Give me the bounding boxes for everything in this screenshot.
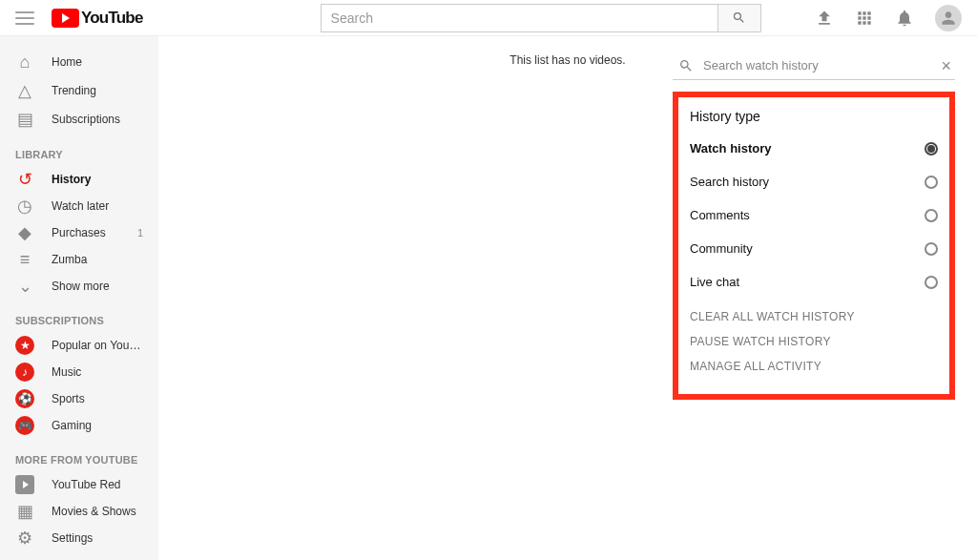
history-link-clear[interactable]: CLEAR ALL WATCH HISTORY <box>678 304 949 329</box>
sports-icon: ⚽ <box>15 389 34 408</box>
sidebar-item-label: Sports <box>52 392 143 405</box>
radio-icon <box>925 209 938 222</box>
history-search: × <box>673 52 955 80</box>
history-option-community[interactable]: Community <box>678 232 949 265</box>
search-input[interactable] <box>321 4 717 32</box>
sidebar-item-label: Gaming <box>52 419 143 432</box>
sidebar-item-zumba[interactable]: ≡Zumba <box>0 246 158 273</box>
sidebar-item-trending[interactable]: △Trending <box>0 76 158 105</box>
apps-icon[interactable] <box>855 9 874 28</box>
history-link-pause[interactable]: PAUSE WATCH HISTORY <box>678 329 949 354</box>
option-label: Community <box>690 241 753 256</box>
history-option-watch[interactable]: Watch history <box>678 132 949 165</box>
sidebar-item-label: Purchases <box>52 226 137 239</box>
sidebar-item-watch-later[interactable]: ◷Watch later <box>0 193 158 219</box>
sidebar-item-show-more[interactable]: ⌄Show more <box>0 273 158 300</box>
hamburger-menu[interactable] <box>15 11 34 25</box>
sidebar-item-label: Show more <box>52 280 143 293</box>
film-icon: ▦ <box>15 502 34 521</box>
history-type-title: History type <box>678 105 949 132</box>
badge: 1 <box>137 227 143 239</box>
option-label: Watch history <box>690 141 771 156</box>
sidebar-item-label: History <box>52 173 143 186</box>
history-panel: × History type Watch historySearch histo… <box>673 52 955 400</box>
search-icon <box>678 58 694 73</box>
popular-icon: ★ <box>15 336 34 355</box>
sidebar-item-youtube-red[interactable]: YouTube Red <box>0 471 158 498</box>
home-icon: ⌂ <box>15 52 34 72</box>
gaming-icon: 🎮 <box>15 416 34 435</box>
sidebar-item-movies-shows[interactable]: ▦Movies & Shows <box>0 498 158 525</box>
logo-text: YouTube <box>81 9 143 28</box>
watch-later-icon: ◷ <box>15 197 34 216</box>
history-type-box: History type Watch historySearch history… <box>673 92 955 400</box>
play-icon <box>15 475 34 494</box>
trending-icon: △ <box>15 81 34 100</box>
subscriptions-icon: ▤ <box>15 110 34 129</box>
header-search <box>321 4 761 32</box>
sidebar-subscriptions: ★Popular on YouTu...♪Music⚽Sports🎮Gaming <box>0 332 158 439</box>
sidebar-item-label: Trending <box>52 84 143 97</box>
sidebar-item-label: Popular on YouTu... <box>52 339 143 352</box>
avatar[interactable] <box>935 5 962 31</box>
history-search-input[interactable] <box>703 58 955 73</box>
sidebar-item-popular[interactable]: ★Popular on YouTu... <box>0 332 158 359</box>
play-badge-icon <box>52 9 79 28</box>
radio-icon <box>925 142 938 156</box>
sidebar-item-subscriptions[interactable]: ▤Subscriptions <box>0 105 158 134</box>
notifications-icon[interactable] <box>895 9 914 28</box>
sidebar-item-label: Subscriptions <box>52 113 143 126</box>
sidebar-section-library: Library <box>0 134 158 166</box>
sidebar-item-settings[interactable]: ⚙Settings <box>0 525 158 551</box>
radio-icon <box>925 176 938 189</box>
sidebar-item-label: Watch later <box>52 199 143 213</box>
radio-icon <box>925 276 938 289</box>
sidebar-item-purchases[interactable]: ◆Purchases1 <box>0 219 158 246</box>
history-option-search[interactable]: Search history <box>678 165 949 198</box>
zumba-icon: ≡ <box>15 250 34 269</box>
history-option-live-chat[interactable]: Live chat <box>678 265 949 299</box>
purchases-icon: ◆ <box>15 223 34 242</box>
main: This list has no videos. × History type … <box>158 36 977 560</box>
sidebar-item-music[interactable]: ♪Music <box>0 359 158 385</box>
sidebar-item-sports[interactable]: ⚽Sports <box>0 385 158 412</box>
radio-icon <box>925 242 938 256</box>
sidebar-more: YouTube Red▦Movies & Shows⚙Settings <box>0 471 158 551</box>
sidebar: ⌂Home△Trending▤Subscriptions Library ↺Hi… <box>0 36 158 560</box>
sidebar-library: ↺History◷Watch later◆Purchases1≡Zumba⌄Sh… <box>0 166 158 300</box>
sidebar-item-home[interactable]: ⌂Home <box>0 48 158 76</box>
header-actions <box>815 5 962 31</box>
sidebar-section-more: More from YouTube <box>0 439 158 471</box>
option-label: Comments <box>690 208 750 222</box>
sidebar-item-label: Home <box>52 55 143 69</box>
music-icon: ♪ <box>15 363 34 382</box>
sidebar-item-gaming[interactable]: 🎮Gaming <box>0 412 158 439</box>
history-icon: ↺ <box>15 170 34 189</box>
user-icon <box>939 9 958 28</box>
sidebar-top: ⌂Home△Trending▤Subscriptions <box>0 36 158 134</box>
sidebar-item-history[interactable]: ↺History <box>0 166 158 193</box>
sidebar-section-subscriptions: Subscriptions <box>0 300 158 332</box>
sidebar-item-label: Movies & Shows <box>52 505 143 518</box>
search-icon <box>732 10 746 25</box>
sidebar-item-label: Music <box>52 365 143 379</box>
header: YouTube <box>0 0 977 36</box>
history-option-comments[interactable]: Comments <box>678 198 949 232</box>
sidebar-item-label: Settings <box>52 531 143 545</box>
clear-search-icon[interactable]: × <box>941 57 951 74</box>
sidebar-item-label: YouTube Red <box>52 478 143 491</box>
show-more-icon: ⌄ <box>15 277 34 296</box>
option-label: Live chat <box>690 275 739 289</box>
option-label: Search history <box>690 175 769 189</box>
history-link-manage[interactable]: MANAGE ALL ACTIVITY <box>678 354 949 379</box>
gear-icon: ⚙ <box>15 529 34 548</box>
youtube-logo[interactable]: YouTube <box>52 9 143 28</box>
search-button[interactable] <box>717 4 761 32</box>
sidebar-item-label: Zumba <box>52 253 143 266</box>
upload-icon[interactable] <box>815 9 834 28</box>
